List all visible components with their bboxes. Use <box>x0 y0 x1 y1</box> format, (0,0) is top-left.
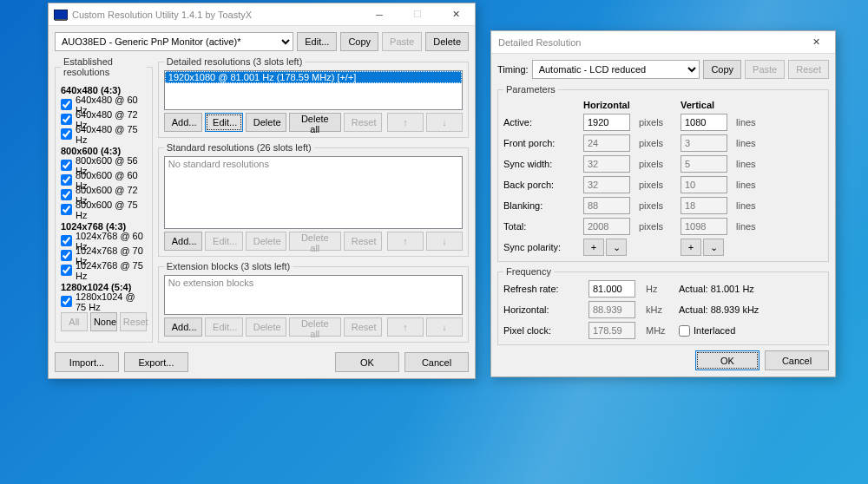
standard-reset[interactable]: Reset <box>344 232 382 251</box>
detailed-down[interactable]: ↓ <box>426 113 463 132</box>
extension-group: Extension blocks (3 slots left) No exten… <box>158 261 469 343</box>
detailed-list[interactable]: 1920x1080 @ 81.001 Hz (178.59 MHz) [+/+] <box>164 70 463 110</box>
horiz-actual: Actual: 88.939 kHz <box>679 304 792 315</box>
parameters-legend: Parameters <box>503 84 558 95</box>
timing-select[interactable]: Automatic - LCD reduced <box>532 60 700 79</box>
interlaced-check[interactable]: Interlaced <box>679 325 792 337</box>
dr-reset[interactable]: Reset <box>788 60 829 79</box>
back-label: Back porch: <box>503 180 576 190</box>
extension-empty: No extension blocks <box>165 276 462 290</box>
v-polarity[interactable]: +⌄ <box>681 239 729 256</box>
hdr-horizontal: Horizontal <box>583 100 632 110</box>
detailed-item[interactable]: 1920x1080 @ 81.001 Hz (178.59 MHz) [+/+] <box>165 71 462 83</box>
extension-edit[interactable]: Edit... <box>205 317 243 337</box>
refresh-input[interactable] <box>589 280 635 298</box>
minimize-button[interactable]: ─ <box>360 3 398 26</box>
extension-reset[interactable]: Reset <box>344 317 382 337</box>
dr-close-button[interactable]: ✕ <box>797 31 835 54</box>
maximize-button[interactable]: ☐ <box>398 3 437 26</box>
parameters-group: Parameters Horizontal Vertical Active: p… <box>497 84 829 262</box>
back-v[interactable] <box>681 176 727 193</box>
cancel-button[interactable]: Cancel <box>404 352 469 372</box>
res-checkbox[interactable]: 1280x1024 @ 75 Hz <box>61 294 147 309</box>
sync-v[interactable] <box>681 155 727 173</box>
total-h[interactable] <box>583 218 630 235</box>
detailed-legend: Detailed resolutions (3 slots left) <box>164 56 306 67</box>
front-h[interactable] <box>583 134 630 152</box>
back-h[interactable] <box>583 176 630 193</box>
front-label: Front porch: <box>503 138 576 148</box>
horiz-input[interactable] <box>589 301 635 318</box>
refresh-actual: Actual: 81.001 Hz <box>679 284 792 294</box>
extension-list[interactable]: No extension blocks <box>164 275 463 315</box>
res-checkbox[interactable]: 640x480 @ 75 Hz <box>61 127 147 141</box>
dr-ok[interactable]: OK <box>695 350 760 370</box>
detailed-delete[interactable]: Delete <box>246 113 286 132</box>
standard-empty: No standard resolutions <box>165 157 462 171</box>
blank-label: Blanking: <box>503 200 576 211</box>
horiz-label: Horizontal: <box>503 304 582 315</box>
detailed-group: Detailed resolutions (3 slots left) 1920… <box>158 56 469 138</box>
dr-cancel[interactable]: Cancel <box>765 350 829 370</box>
edit-monitor-button[interactable]: Edit... <box>297 32 337 51</box>
res-checkbox[interactable]: 1024x768 @ 75 Hz <box>61 263 147 278</box>
standard-list[interactable]: No standard resolutions <box>164 156 463 229</box>
extension-legend: Extension blocks (3 slots left) <box>164 261 293 271</box>
import-button[interactable]: Import... <box>55 352 119 372</box>
ok-button[interactable]: OK <box>335 352 399 372</box>
detailed-add[interactable]: Add... <box>164 113 202 132</box>
app-icon <box>54 10 68 20</box>
detailed-edit[interactable]: Edit... <box>205 113 243 132</box>
active-label: Active: <box>503 117 576 128</box>
extension-up[interactable]: ↑ <box>387 317 424 337</box>
dr-paste[interactable]: Paste <box>745 60 785 79</box>
refresh-label: Refresh rate: <box>503 284 582 294</box>
blank-h[interactable] <box>583 197 630 214</box>
active-h[interactable] <box>583 114 630 131</box>
all-button[interactable]: All <box>61 312 88 331</box>
standard-up[interactable]: ↑ <box>387 232 424 251</box>
delete-button[interactable]: Delete <box>425 32 469 51</box>
close-button[interactable]: ✕ <box>437 3 475 26</box>
detailed-up[interactable]: ↑ <box>387 113 424 132</box>
monitor-select[interactable]: AUO38ED - Generic PnP Monitor (active)* <box>55 32 293 51</box>
sync-h[interactable] <box>583 155 630 173</box>
established-group: Established resolutions 640x480 (4:3)640… <box>55 56 153 343</box>
dr-title: Detailed Resolution <box>491 37 797 48</box>
sync-label: Sync width: <box>503 159 576 169</box>
res-checkbox[interactable]: 800x600 @ 75 Hz <box>61 202 147 217</box>
window-title: Custom Resolution Utility 1.4.1 by Toast… <box>72 10 360 20</box>
export-button[interactable]: Export... <box>124 352 188 372</box>
none-button[interactable]: None <box>90 312 117 331</box>
titlebar: Custom Resolution Utility 1.4.1 by Toast… <box>49 3 475 26</box>
extension-add[interactable]: Add... <box>164 317 202 337</box>
copy-button[interactable]: Copy <box>340 32 378 51</box>
frequency-group: Frequency Refresh rate: Hz Actual: 81.00… <box>497 266 829 345</box>
standard-delete[interactable]: Delete <box>246 232 286 251</box>
standard-edit[interactable]: Edit... <box>205 232 243 251</box>
pixel-label: Pixel clock: <box>503 325 582 336</box>
reset-est-button[interactable]: Reset <box>120 312 147 331</box>
standard-legend: Standard resolutions (26 slots left) <box>164 142 314 153</box>
h-polarity[interactable]: +⌄ <box>583 239 632 256</box>
extension-down[interactable]: ↓ <box>426 317 463 337</box>
detailed-deleteall[interactable]: Delete all <box>289 113 341 132</box>
extension-delete[interactable]: Delete <box>246 317 286 337</box>
extension-deleteall[interactable]: Delete all <box>289 317 341 337</box>
standard-add[interactable]: Add... <box>164 232 202 251</box>
active-v[interactable] <box>681 114 727 131</box>
frequency-legend: Frequency <box>503 266 554 277</box>
established-legend: Established resolutions <box>61 56 147 77</box>
blank-v[interactable] <box>681 197 727 214</box>
standard-down[interactable]: ↓ <box>426 232 463 251</box>
timing-label: Timing: <box>497 64 529 75</box>
dr-titlebar: Detailed Resolution ✕ <box>491 31 835 54</box>
pixel-input[interactable] <box>589 322 635 339</box>
hdr-vertical: Vertical <box>681 100 729 110</box>
front-v[interactable] <box>681 134 727 152</box>
paste-button[interactable]: Paste <box>382 32 422 51</box>
detailed-reset[interactable]: Reset <box>344 113 382 132</box>
standard-deleteall[interactable]: Delete all <box>289 232 341 251</box>
total-v[interactable] <box>681 218 727 235</box>
dr-copy[interactable]: Copy <box>703 60 741 79</box>
